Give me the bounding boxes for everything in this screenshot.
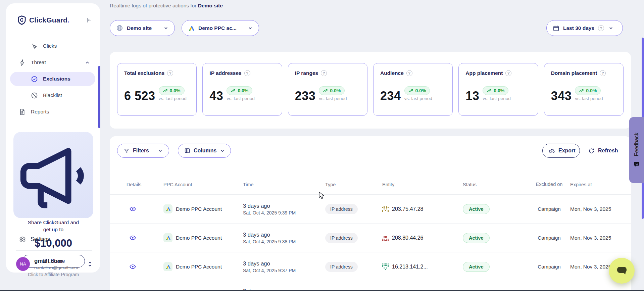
clickguard-exclusions-screen: ClickGuard. Clicks xyxy=(0,0,644,291)
affiliate-share-card[interactable]: Share ClickGuard and get up to $10,000 S… xyxy=(13,132,93,218)
stat-label: Domain placement xyxy=(551,70,597,76)
row-ppc-account: Demo PPC Account xyxy=(163,204,243,213)
row-excluded-on: Campaign xyxy=(528,235,570,241)
row-entity: 203.75.47.28 xyxy=(382,206,463,212)
stat-card-ip-addresses: IP addresses ? 43 0.0% vs. l xyxy=(202,63,282,116)
clickguard-shield-icon xyxy=(17,15,26,25)
table-header-row: Details PPC Account Time Type Entity Sta… xyxy=(110,175,631,195)
export-button[interactable]: Export xyxy=(542,144,580,158)
trending-up-icon xyxy=(579,89,584,93)
eye-icon xyxy=(129,234,163,241)
sidebar-item-clicks[interactable]: Clicks xyxy=(6,39,100,53)
column-header-status[interactable]: Status xyxy=(463,182,528,187)
column-header-details[interactable]: Details xyxy=(127,182,163,187)
ppc-account-selector[interactable]: Demo PPC ac... xyxy=(182,20,259,36)
gear-icon xyxy=(19,236,26,243)
sidebar-item-exclusions[interactable]: Exclusions xyxy=(10,72,95,86)
help-icon[interactable]: ? xyxy=(505,70,511,76)
column-header-entity[interactable]: Entity xyxy=(382,182,463,187)
help-icon[interactable]: ? xyxy=(321,70,327,76)
google-ads-icon xyxy=(163,233,172,242)
stat-card-ip-ranges: IP ranges ? 233 0.0% vs. las xyxy=(288,63,367,116)
row-status: Active xyxy=(463,262,528,272)
column-header-ppc-account[interactable]: PPC Account xyxy=(163,182,243,187)
trending-up-icon xyxy=(231,89,236,93)
row-time: 3 days ago Sat, Oct 4, 2025 9:37 PM xyxy=(243,260,325,273)
stat-change-badge: 0.0% xyxy=(227,86,252,95)
chevron-up-down-icon xyxy=(87,261,93,268)
sidebar-item-reports[interactable]: Reports xyxy=(6,105,100,119)
site-selector[interactable]: Demo site xyxy=(110,20,175,36)
sidebar-item-blacklist[interactable]: Blacklist xyxy=(6,88,100,102)
refresh-button[interactable]: Refresh xyxy=(586,144,626,158)
stat-change-badge: 0.0% xyxy=(404,86,430,95)
row-details-button[interactable] xyxy=(127,263,163,270)
column-header-expires-at[interactable]: Expires at xyxy=(570,182,622,187)
stat-card-audience: Audience ? 234 0.0% vs. last xyxy=(373,63,453,116)
date-range-selector[interactable]: Last 30 days ? xyxy=(546,20,623,36)
row-details-button[interactable] xyxy=(127,234,163,241)
stats-panel: Total exclusions ? 6 523 0.0% xyxy=(110,52,631,129)
row-ppc-account: Demo PPC Account xyxy=(163,262,243,271)
help-icon[interactable]: ? xyxy=(244,70,250,76)
status-badge: Active xyxy=(463,262,490,272)
user-email: naatali.ro@gmail.com xyxy=(34,265,87,270)
stat-label: App placement xyxy=(465,70,503,76)
stat-value: 234 xyxy=(380,89,401,103)
help-icon[interactable]: ? xyxy=(600,70,606,76)
sidebar-collapse-icon[interactable] xyxy=(85,17,92,23)
table-row: Demo PPC Account 3 days ago Sat, Oct 4, … xyxy=(110,252,631,281)
ip-identicon xyxy=(382,206,389,212)
stat-value: 343 xyxy=(551,89,572,103)
stat-compare-label: vs. last period xyxy=(227,96,254,101)
sidebar-scrollbar[interactable] xyxy=(98,66,100,128)
stat-card-domain-placement: Domain placement ? 343 0.0% xyxy=(544,63,624,116)
stat-value: 13 xyxy=(465,89,479,103)
cloud-download-icon xyxy=(549,148,555,154)
lightning-icon xyxy=(19,59,26,66)
row-entity: 16.213.141.2... xyxy=(382,263,463,270)
chat-launcher-button[interactable] xyxy=(609,258,635,284)
chevron-down-icon xyxy=(158,148,163,153)
sidebar-item-threat[interactable]: Threat xyxy=(6,55,100,69)
row-time: 3 days ago Sat, Oct 4, 2025 9:39 PM xyxy=(243,203,325,215)
column-header-time[interactable]: Time xyxy=(243,182,325,187)
stat-compare-label: vs. last period xyxy=(404,96,432,101)
page-subtitle: Realtime logs of protective actions for … xyxy=(110,3,223,9)
row-excluded-on: Campaign xyxy=(528,264,570,270)
stat-card-app-placement: App placement ? 13 0.0% vs. xyxy=(458,63,538,116)
row-expires-at: Mon, Nov 3, 2025 xyxy=(570,206,622,212)
help-icon[interactable]: ? xyxy=(598,25,604,31)
sidebar-item-settings[interactable]: Settings xyxy=(6,232,100,246)
stat-change-badge: 0.0% xyxy=(159,86,185,95)
help-icon[interactable]: ? xyxy=(167,70,173,76)
main-content: Realtime logs of protective actions for … xyxy=(110,0,631,291)
logo-row: ClickGuard. xyxy=(6,3,100,25)
google-ads-icon xyxy=(163,262,172,271)
table-body: Demo PPC Account 3 days ago Sat, Oct 4, … xyxy=(110,195,631,291)
column-header-type[interactable]: Type xyxy=(325,182,382,187)
help-icon[interactable]: ? xyxy=(406,70,412,76)
stat-label: Total exclusions xyxy=(124,70,164,76)
row-details-button[interactable] xyxy=(127,205,163,212)
logo-text: ClickGuard. xyxy=(29,16,85,24)
affiliate-link[interactable]: Click to Affiliate Program xyxy=(13,272,93,277)
column-header-excluded-on[interactable]: Excluded on xyxy=(528,181,570,188)
stat-compare-label: vs. last period xyxy=(575,96,603,101)
refresh-label: Refresh xyxy=(598,148,618,154)
stat-card-total-exclusions: Total exclusions ? 6 523 0.0% xyxy=(117,63,197,116)
megaphone-icon xyxy=(13,139,93,219)
stat-label: IP ranges xyxy=(295,70,318,76)
feedback-tab[interactable]: Feedback xyxy=(629,117,644,183)
stat-compare-label: vs. last period xyxy=(483,96,510,101)
filter-icon xyxy=(123,148,130,154)
ppc-account-selector-value: Demo PPC ac... xyxy=(198,25,237,31)
share-card-title: Share ClickGuard and get up to xyxy=(13,219,93,233)
user-meta: gmail.com naatali.ro@gmail.com xyxy=(34,258,87,270)
chevron-up-icon xyxy=(85,60,90,65)
account-switcher[interactable]: NA gmail.com naatali.ro@gmail.com xyxy=(6,257,100,271)
table-row-partial: 3 days ago xyxy=(110,281,631,291)
filters-button[interactable]: Filters xyxy=(117,144,169,158)
google-ads-icon xyxy=(163,204,172,213)
columns-button[interactable]: Columns xyxy=(178,144,231,158)
